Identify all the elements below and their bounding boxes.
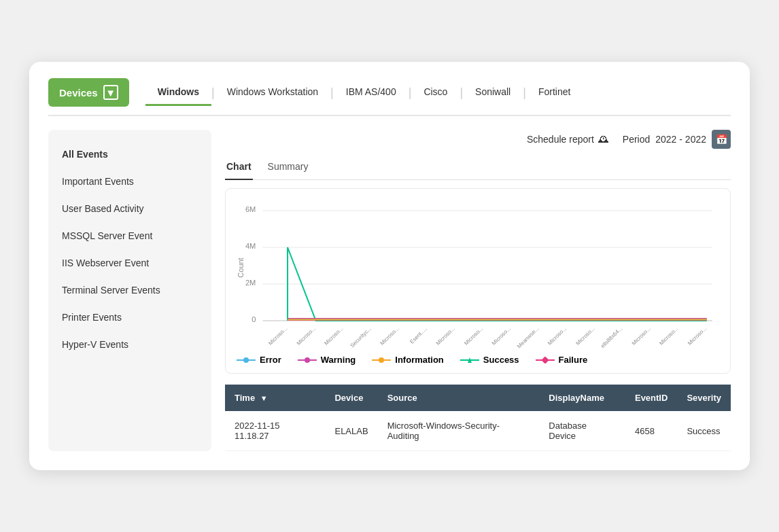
calendar-icon[interactable]: 📅 — [712, 130, 731, 149]
alarm-icon: 🕰 — [598, 133, 609, 145]
sidebar-item-all-events[interactable]: All Events — [48, 141, 211, 168]
svg-text:Microso...: Microso... — [658, 325, 679, 347]
legend-success: Success — [460, 355, 519, 365]
main-content: All Events Important Events User Based A… — [48, 130, 731, 451]
cell-event-id: 4658 — [625, 411, 677, 451]
svg-text:Microso...: Microso... — [323, 325, 344, 347]
col-source[interactable]: Source — [378, 385, 540, 411]
chart-tabs: Chart Summary — [225, 157, 731, 180]
svg-text:Esent.....: Esent..... — [409, 325, 428, 345]
right-content: Schedule report 🕰 Period 2022 - 2022 📅 C… — [225, 130, 731, 451]
legend-warning: Warning — [298, 355, 356, 365]
svg-text:ells88x64...: ells88x64... — [600, 325, 623, 349]
legend-error: Error — [237, 355, 281, 365]
svg-text:Microso...: Microso... — [575, 325, 596, 347]
legend-failure: Failure — [536, 355, 588, 365]
col-severity[interactable]: Severity — [677, 385, 731, 411]
sidebar-item-hyper-v-events[interactable]: Hyper-V Events — [48, 331, 211, 358]
schedule-report-button[interactable]: Schedule report 🕰 — [527, 133, 609, 145]
main-card: Devices ▼ Windows | Windows Workstation … — [29, 62, 750, 470]
svg-point-27 — [243, 357, 249, 363]
tab-cisco[interactable]: Cisco — [411, 79, 460, 106]
sidebar-item-iis-webserver-event[interactable]: IIS Webserver Event — [48, 249, 211, 277]
col-device[interactable]: Device — [325, 385, 377, 411]
legend-information-label: Information — [395, 355, 444, 365]
svg-text:Microso...: Microso... — [631, 325, 652, 347]
warning-legend-line — [298, 357, 317, 363]
chart-legend: Error Warning Inform — [237, 349, 719, 368]
period-value: 2022 - 2022 — [655, 134, 706, 145]
tab-fortinet[interactable]: Fortinet — [526, 79, 583, 106]
cell-display-name: Database Device — [539, 411, 625, 451]
tab-windows-workstation[interactable]: Windows Workstation — [215, 79, 330, 106]
data-table: Time ▼ Device Source DisplayName EventID… — [225, 385, 731, 451]
svg-text:Securityc...: Securityc... — [349, 325, 373, 349]
cell-time: 2022-11-15 11.18.27 — [225, 411, 325, 451]
tab-windows[interactable]: Windows — [145, 79, 211, 106]
svg-point-29 — [305, 357, 310, 363]
devices-label: Devices — [59, 87, 98, 99]
sidebar: All Events Important Events User Based A… — [48, 130, 211, 451]
legend-success-label: Success — [483, 355, 519, 365]
schedule-row: Schedule report 🕰 Period 2022 - 2022 📅 — [225, 130, 731, 149]
col-display-name[interactable]: DisplayName — [539, 385, 625, 411]
svg-text:Microso...: Microso... — [491, 325, 512, 347]
period-section: Period 2022 - 2022 📅 — [623, 130, 731, 149]
chart-svg: 6M 4M 2M 0 Count — [237, 200, 719, 349]
svg-text:Microso...: Microso... — [547, 325, 568, 347]
svg-text:Microso...: Microso... — [687, 325, 708, 347]
sidebar-item-mssql-server-event[interactable]: MSSQL Server Event — [48, 222, 211, 249]
cell-device: ELALAB — [325, 411, 377, 451]
table-row: 2022-11-15 11.18.27 ELALAB Microsoft-Win… — [225, 411, 731, 451]
tab-chart[interactable]: Chart — [225, 157, 253, 180]
sort-icon: ▼ — [260, 394, 268, 402]
sidebar-item-printer-events[interactable]: Printer Events — [48, 304, 211, 331]
svg-text:2M: 2M — [245, 279, 256, 287]
top-nav: Devices ▼ Windows | Windows Workstation … — [48, 78, 731, 116]
sidebar-item-important-events[interactable]: Important Events — [48, 168, 211, 195]
devices-dropdown-button[interactable]: Devices ▼ — [48, 78, 129, 107]
svg-text:Microso...: Microso... — [463, 325, 484, 347]
period-label: Period — [623, 134, 650, 145]
svg-text:0: 0 — [252, 315, 256, 323]
information-legend-line — [372, 357, 391, 363]
tab-ibm-as400[interactable]: IBM AS/400 — [334, 79, 409, 106]
legend-information: Information — [372, 355, 444, 365]
cell-source: Microsoft-Windows-Security-Auditing — [378, 411, 540, 451]
svg-text:Microso...: Microso... — [435, 325, 456, 347]
cell-severity: Success — [677, 411, 731, 451]
sidebar-item-terminal-server-events[interactable]: Terminal Server Events — [48, 277, 211, 304]
svg-text:Count: Count — [237, 258, 245, 277]
legend-failure-label: Failure — [559, 355, 588, 365]
nav-tabs: Windows | Windows Workstation | IBM AS/4… — [145, 79, 583, 106]
svg-text:Meanwse...: Meanwse... — [516, 325, 540, 349]
svg-text:Microso...: Microso... — [379, 325, 400, 347]
error-legend-line — [237, 357, 256, 363]
tab-soniwall[interactable]: Soniwall — [463, 79, 523, 106]
table-header-row: Time ▼ Device Source DisplayName EventID… — [225, 385, 731, 411]
svg-text:4M: 4M — [245, 242, 256, 250]
failure-legend-line — [536, 357, 555, 363]
col-time[interactable]: Time ▼ — [225, 385, 325, 411]
svg-text:Microso...: Microso... — [296, 325, 317, 347]
svg-text:Microso...: Microso... — [267, 325, 288, 347]
col-event-id[interactable]: EventID — [625, 385, 677, 411]
schedule-report-label: Schedule report — [527, 134, 594, 145]
legend-error-label: Error — [260, 355, 281, 365]
chart-area: 6M 4M 2M 0 Count — [237, 200, 719, 349]
chevron-down-icon: ▼ — [103, 85, 118, 100]
svg-text:6M: 6M — [245, 205, 256, 213]
svg-point-31 — [379, 357, 384, 363]
success-legend-line — [460, 357, 479, 363]
legend-warning-label: Warning — [321, 355, 356, 365]
tab-summary[interactable]: Summary — [266, 157, 310, 180]
sidebar-item-user-based-activity[interactable]: User Based Activity — [48, 195, 211, 222]
chart-container: 6M 4M 2M 0 Count — [225, 188, 731, 374]
svg-rect-35 — [541, 357, 549, 363]
